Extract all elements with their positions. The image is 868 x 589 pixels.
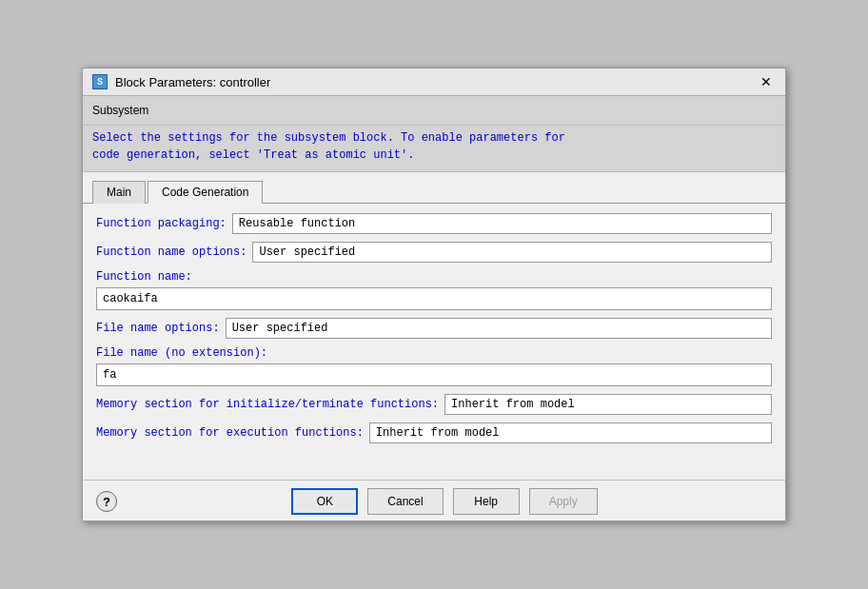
file-name-options-row: File name options: User specified Auto	[96, 318, 772, 339]
apply-button[interactable]: Apply	[529, 488, 598, 515]
footer: ? OK Cancel Help Apply	[83, 480, 785, 520]
tab-main[interactable]: Main	[92, 181, 146, 204]
function-packaging-row: Function packaging: Reusable function No…	[96, 213, 772, 234]
function-name-input[interactable]	[96, 287, 772, 310]
description-line1: Select the settings for the subsystem bl…	[92, 129, 776, 147]
function-name-label: Function name:	[96, 270, 772, 284]
description-line2: code generation, select 'Treat as atomic…	[92, 147, 776, 164]
function-packaging-select-wrapper: Reusable function Nonreusable function A…	[232, 213, 772, 234]
file-name-input[interactable]	[96, 363, 772, 386]
memory-init-select-wrapper: Inherit from model Default	[444, 394, 772, 415]
memory-exec-select[interactable]: Inherit from model Default	[369, 422, 772, 443]
file-name-options-label: File name options:	[96, 322, 220, 335]
function-packaging-label: Function packaging:	[96, 217, 227, 230]
cancel-button[interactable]: Cancel	[367, 488, 443, 515]
center-buttons: OK Cancel Help Apply	[117, 488, 772, 515]
help-icon-button[interactable]: ?	[96, 491, 117, 512]
tabs-area: Main Code Generation	[83, 172, 785, 204]
memory-init-select[interactable]: Inherit from model Default	[444, 394, 772, 415]
file-name-label: File name (no extension):	[96, 346, 772, 360]
tab-code-generation[interactable]: Code Generation	[148, 181, 263, 204]
memory-exec-select-wrapper: Inherit from model Default	[369, 422, 772, 443]
close-button[interactable]: ✕	[757, 74, 776, 89]
title-bar-left: S Block Parameters: controller	[92, 74, 270, 89]
function-name-options-select[interactable]: User specified Auto	[252, 242, 772, 263]
subsystem-label: Subsystem	[92, 104, 148, 117]
memory-exec-label: Memory section for execution functions:	[96, 426, 364, 440]
ok-button[interactable]: OK	[291, 488, 358, 515]
spacer	[83, 461, 785, 480]
memory-exec-row: Memory section for execution functions: …	[96, 422, 772, 443]
memory-init-row: Memory section for initialize/terminate …	[96, 394, 772, 415]
function-name-options-select-wrapper: User specified Auto	[252, 242, 772, 263]
function-name-options-row: Function name options: User specified Au…	[96, 242, 772, 263]
content-area: Function packaging: Reusable function No…	[83, 204, 785, 461]
memory-init-label: Memory section for initialize/terminate …	[96, 398, 439, 411]
file-name-options-select-wrapper: User specified Auto	[226, 318, 772, 339]
function-packaging-select[interactable]: Reusable function Nonreusable function A…	[232, 213, 772, 234]
title-bar: S Block Parameters: controller ✕	[83, 69, 785, 96]
subsystem-header: Subsystem	[83, 96, 785, 126]
file-name-options-select[interactable]: User specified Auto	[226, 318, 772, 339]
description-area: Select the settings for the subsystem bl…	[83, 126, 785, 172]
dialog-title: Block Parameters: controller	[115, 75, 270, 89]
dialog-window: S Block Parameters: controller ✕ Subsyst…	[82, 68, 786, 521]
dialog-icon: S	[92, 74, 108, 89]
function-name-options-label: Function name options:	[96, 245, 247, 259]
help-button[interactable]: Help	[453, 488, 520, 515]
